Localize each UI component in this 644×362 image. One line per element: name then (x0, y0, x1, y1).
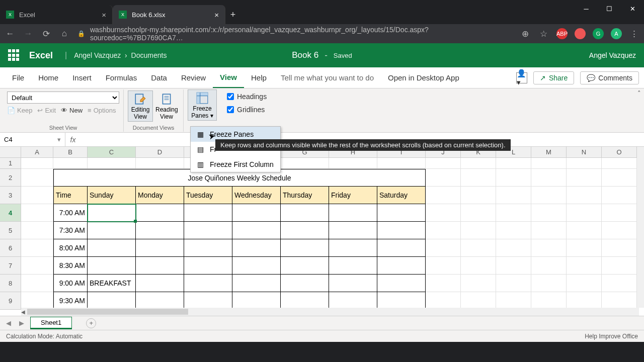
tab-data[interactable]: Data (144, 67, 174, 88)
cell[interactable] (602, 169, 637, 187)
profile-avatar[interactable]: A (611, 28, 622, 39)
cell[interactable] (567, 239, 602, 257)
cell[interactable] (461, 204, 496, 222)
cell[interactable] (567, 204, 602, 222)
cell[interactable] (136, 158, 184, 169)
gridlines-checkbox[interactable]: Gridlines (227, 106, 267, 114)
cell[interactable] (461, 239, 496, 257)
horizontal-scrollbar[interactable]: ◀ (21, 308, 639, 316)
cell[interactable] (21, 222, 53, 239)
cell[interactable] (426, 275, 461, 292)
cell[interactable] (496, 292, 531, 310)
row-header[interactable]: 5 (0, 222, 21, 239)
cell[interactable] (496, 204, 531, 222)
cell[interactable] (184, 204, 232, 222)
cell[interactable] (602, 187, 637, 204)
cell[interactable] (567, 275, 602, 292)
cell[interactable]: Saturday (377, 187, 426, 204)
col-header[interactable]: N (567, 147, 602, 157)
reading-view-button[interactable]: Reading View (154, 90, 179, 122)
comments-button[interactable]: 💬 Comments (580, 71, 639, 84)
cell[interactable] (496, 169, 531, 187)
select-all-corner[interactable] (0, 147, 21, 157)
cell[interactable] (184, 222, 232, 239)
cell[interactable] (329, 292, 377, 310)
cell[interactable] (426, 257, 461, 275)
cell[interactable] (602, 292, 637, 310)
cell[interactable] (461, 275, 496, 292)
ext-green-icon[interactable]: G (593, 28, 604, 39)
cell[interactable] (281, 292, 329, 310)
cell[interactable] (426, 187, 461, 204)
tell-me-search[interactable]: Tell me what you want to do (274, 67, 381, 88)
cell[interactable] (567, 257, 602, 275)
cell[interactable] (426, 204, 461, 222)
tab-home[interactable]: Home (31, 67, 65, 88)
cell[interactable] (21, 239, 53, 257)
cell[interactable]: Tuesday (184, 187, 232, 204)
cell[interactable] (329, 275, 377, 292)
tab-file[interactable]: File (5, 67, 31, 88)
row-header[interactable]: 6 (0, 239, 21, 257)
cell[interactable] (281, 239, 329, 257)
cell[interactable] (232, 222, 281, 239)
close-icon[interactable]: × (102, 11, 106, 19)
cell[interactable] (531, 222, 567, 239)
cell[interactable] (426, 239, 461, 257)
editing-view-button[interactable]: Editing View (128, 90, 153, 122)
cell[interactable] (426, 222, 461, 239)
cell[interactable]: 7:00 AM (53, 204, 88, 222)
cell[interactable]: 9:30 AM (53, 292, 88, 310)
doc-title[interactable]: Book 6 - Saved (292, 50, 352, 60)
presence-avatar[interactable]: 👤▾ (516, 72, 527, 83)
col-header[interactable]: B (53, 147, 88, 157)
col-header[interactable]: M (531, 147, 567, 157)
ext-abp-icon[interactable]: ABP (556, 28, 568, 39)
cell[interactable] (232, 292, 281, 310)
cell[interactable] (496, 187, 531, 204)
row-header[interactable]: 4 (0, 204, 21, 222)
cell[interactable] (461, 158, 496, 169)
new-button[interactable]: 👁New (61, 107, 83, 114)
cell[interactable] (88, 292, 136, 310)
open-desktop-button[interactable]: Open in Desktop App (381, 67, 466, 88)
zoom-icon[interactable]: ⊕ (520, 29, 530, 39)
cell[interactable]: Sunday (88, 187, 136, 204)
cell[interactable] (232, 257, 281, 275)
cell[interactable] (567, 187, 602, 204)
cell[interactable] (184, 239, 232, 257)
spreadsheet-grid[interactable]: A B C D E F G H I J K L M N O 12Jose Qui… (0, 147, 644, 316)
cell[interactable] (136, 204, 184, 222)
cell[interactable] (21, 158, 53, 169)
cell[interactable] (329, 204, 377, 222)
cell[interactable] (21, 204, 53, 222)
sheetview-select[interactable]: Default (7, 92, 119, 104)
close-window-button[interactable]: ✕ (621, 0, 644, 17)
cell[interactable] (232, 239, 281, 257)
cell[interactable] (88, 222, 136, 239)
collapse-ribbon-icon[interactable]: ˄ (637, 89, 641, 97)
cell[interactable]: 9:00 AM (53, 275, 88, 292)
back-button[interactable]: ← (5, 29, 15, 39)
cell[interactable]: 8:00 AM (53, 239, 88, 257)
col-header[interactable]: O (602, 147, 637, 157)
tab-insert[interactable]: Insert (65, 67, 99, 88)
cell[interactable] (281, 222, 329, 239)
cell[interactable] (88, 158, 136, 169)
menu-icon[interactable]: ⋮ (629, 29, 639, 39)
cell[interactable] (281, 275, 329, 292)
browser-tab-active[interactable]: X Book 6.xlsx × (113, 5, 225, 24)
cell[interactable] (531, 275, 567, 292)
cell[interactable] (329, 257, 377, 275)
cell[interactable] (602, 204, 637, 222)
cell[interactable] (426, 292, 461, 310)
cell[interactable] (377, 222, 426, 239)
cell[interactable] (602, 275, 637, 292)
cell[interactable] (531, 257, 567, 275)
cell[interactable] (88, 239, 136, 257)
headings-checkbox[interactable]: Headings (227, 93, 267, 101)
cell[interactable]: 7:30 AM (53, 222, 88, 239)
breadcrumb[interactable]: Angel Vazquez › Documents (74, 51, 167, 59)
star-icon[interactable]: ☆ (538, 29, 548, 39)
browser-tab[interactable]: X Excel × (0, 5, 113, 24)
